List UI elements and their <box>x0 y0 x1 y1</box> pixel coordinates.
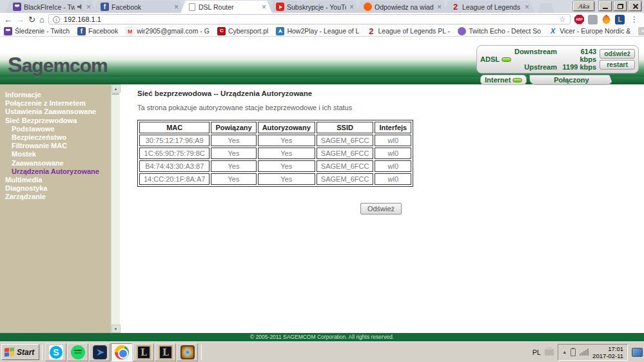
home-icon[interactable]: ⌂ <box>39 15 44 24</box>
bookmark-item[interactable]: Vicer - Europe Nordic & <box>549 27 630 35</box>
clock[interactable]: 17:01 2017-02-11 <box>592 345 623 359</box>
skype-icon <box>49 345 63 359</box>
lol-taskbar-button[interactable] <box>155 343 176 361</box>
bookmark-label: How2Play - League of L <box>287 27 359 35</box>
table-header-cell: Interfejs <box>375 122 411 133</box>
table-cell: wl0 <box>375 160 411 172</box>
printer-icon[interactable] <box>545 349 554 356</box>
tab-allegro[interactable]: Odpowiedz na wiadomość -× <box>356 1 447 13</box>
start-button[interactable]: Start <box>1 344 39 360</box>
bookmark-item[interactable]: Facebook <box>77 27 118 35</box>
tab-close-icon[interactable]: × <box>173 4 179 10</box>
lol-taskbar-button[interactable] <box>133 343 154 361</box>
site-info-icon[interactable]: i <box>53 16 60 23</box>
scroll-down-button[interactable]: ▼ <box>112 325 121 333</box>
spotify-icon <box>71 345 85 359</box>
tab-close-icon[interactable]: × <box>524 4 530 10</box>
bookmark-label: Facebook <box>88 27 118 35</box>
router-page: Sagemcom ADSL Downstream 6143 kbps Upstr… <box>0 37 644 341</box>
flame-extension-icon[interactable] <box>601 15 611 24</box>
tab-close-icon[interactable]: × <box>261 4 267 10</box>
table-cell: 1C:65:9D:75:79:8C <box>139 148 210 159</box>
back-icon[interactable]: ← <box>4 15 12 24</box>
bookmark-item[interactable]: LoL Pro Match VODs, Hi <box>638 27 644 35</box>
table-cell: Yes <box>211 148 256 159</box>
tab-close-icon[interactable]: × <box>349 4 355 10</box>
refresh-status-button[interactable]: odśwież <box>600 49 635 59</box>
language-indicator[interactable]: PL <box>532 348 541 356</box>
battery-icon[interactable] <box>571 348 576 356</box>
profile-button[interactable]: Aka <box>573 1 594 11</box>
sidebar-item[interactable]: Zarządzanie <box>5 193 111 201</box>
sidebar-item[interactable]: Zaawansowane <box>5 159 111 167</box>
chrome-taskbar-button[interactable] <box>111 343 132 361</box>
minimize-icon <box>603 8 608 9</box>
show-desktop-button[interactable] <box>632 348 643 357</box>
tab-youtube[interactable]: Subskrypcje - YouTube× <box>268 1 360 13</box>
adsl-led-icon <box>502 57 511 62</box>
network-signal-icon[interactable] <box>580 348 589 356</box>
restore-button[interactable] <box>614 1 627 11</box>
tray-panel: ▲ 17:01 2017-02-11 <box>558 344 628 361</box>
downstream-value: 6143 kbps <box>562 48 596 63</box>
date: 2017-02-11 <box>592 352 623 359</box>
bookmark-item[interactable]: Twitch Echo - Detect So <box>458 27 541 35</box>
tab-facebook[interactable]: Facebook× <box>93 1 184 13</box>
table-cell: 30:75:12:17:96:A9 <box>139 135 210 146</box>
bookmark-item[interactable]: wir2905@gmail.com - G <box>126 27 210 35</box>
restart-button[interactable]: restart <box>600 60 635 70</box>
bookmark-item[interactable]: Cybersport.pl <box>217 27 268 35</box>
bookmark-star-icon[interactable]: ☆ <box>559 15 566 24</box>
sidebar-item[interactable]: Połączenie z Internetem <box>5 99 111 108</box>
sidebar-item[interactable]: Urządzenia Autoryzowane <box>5 167 111 176</box>
scroll-up-button[interactable]: ▲ <box>112 84 121 93</box>
close-button[interactable] <box>629 1 641 11</box>
sidebar-item[interactable]: Informacje <box>5 91 111 99</box>
refresh-page-button[interactable]: Odśwież <box>360 203 402 214</box>
sidebar-item[interactable]: Podstawowe <box>5 125 111 133</box>
reload-icon[interactable]: ↻ <box>28 15 35 24</box>
tab-twitch[interactable]: BlackFIreIce - Twitch× <box>5 1 97 13</box>
sidebar-item[interactable]: Filtrowanie MAC <box>5 142 111 150</box>
minimize-button[interactable] <box>599 1 612 11</box>
gray-extension-icon[interactable] <box>588 15 598 24</box>
scrollbar-thumb[interactable] <box>112 93 119 95</box>
bookmark-item[interactable]: League of Legends PL - <box>367 27 450 35</box>
hearthstone-taskbar-button[interactable] <box>177 343 198 361</box>
table-row: 30:75:12:17:96:A9YesYesSAGEM_6FCCwl0 <box>139 135 411 146</box>
skype-taskbar-button[interactable] <box>45 343 66 361</box>
plays-taskbar-button[interactable] <box>89 343 110 361</box>
sidebar-item[interactable]: Sieć Bezprzewodowa <box>5 117 111 125</box>
tab-audio-icon <box>77 4 83 10</box>
tab-page[interactable]: DSL Router× <box>181 1 272 13</box>
tab-close-icon[interactable]: × <box>86 4 92 10</box>
sidebar-item[interactable]: Bezpieczeństwo <box>5 133 111 142</box>
authorized-devices-table: MACPowiązanyAutoryzowanySSIDInterfejs 30… <box>137 120 413 187</box>
chrome-menu-icon[interactable]: ⋮ <box>629 15 640 24</box>
plays-icon <box>93 345 107 359</box>
adblock-extension-icon[interactable]: ABP <box>574 15 584 24</box>
url-text[interactable]: 192.168.1.1 <box>64 15 555 23</box>
tab-close-icon[interactable]: × <box>436 4 442 10</box>
spotify-taskbar-button[interactable] <box>67 343 88 361</box>
hidden-icons-arrow[interactable]: ▲ <box>562 350 567 354</box>
sidebar-item[interactable]: Multimedia <box>5 176 111 184</box>
address-bar[interactable]: i 192.168.1.1 ☆ <box>48 14 571 24</box>
sidebar-item[interactable]: Ustawienia Zaawansowane <box>5 108 111 116</box>
sidebar-scrollbar[interactable]: ▲ ▼ <box>111 84 120 333</box>
table-cell: SAGEM_6FCC <box>317 173 374 185</box>
system-tray: PL ▲ 17:01 2017-02-11 <box>532 344 643 361</box>
sidebar-item[interactable]: Mostek <box>5 150 111 158</box>
status-panel: ADSL Downstream 6143 kbps Upstream 1199 … <box>476 45 639 85</box>
forward-icon[interactable]: → <box>16 15 24 24</box>
lol-extension-icon[interactable]: L <box>615 15 625 24</box>
table-cell: SAGEM_6FCC <box>317 160 374 172</box>
bookmark-item[interactable]: Śledzenie - Twitch <box>4 27 70 35</box>
tab-lol[interactable]: League of Legends PL - new× <box>444 1 535 13</box>
bookmark-item[interactable]: How2Play - League of L <box>276 27 359 35</box>
page-icon <box>189 3 195 11</box>
page-description: Ta strona pokazuje autoryzowane stacje b… <box>137 104 644 111</box>
hearthstone-icon <box>181 345 195 359</box>
new-tab-button[interactable] <box>538 3 554 13</box>
sidebar-item[interactable]: Diagnostyka <box>5 184 111 193</box>
